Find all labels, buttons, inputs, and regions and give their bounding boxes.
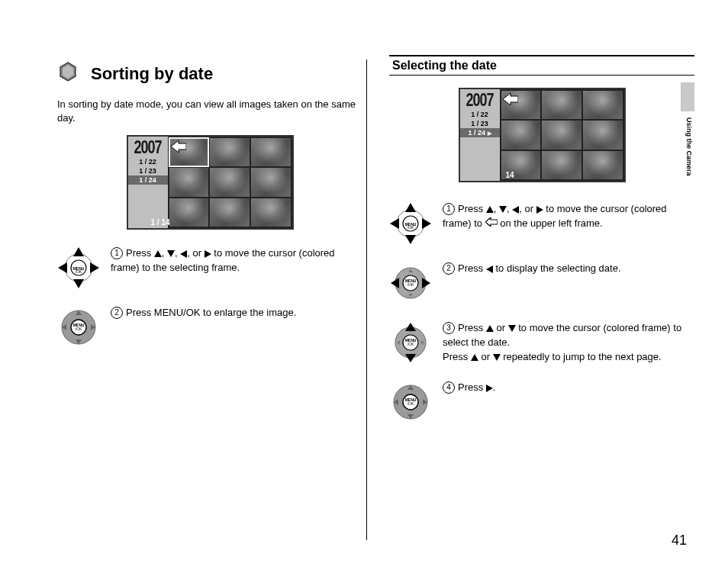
arrow-left-indicator-icon <box>171 140 186 156</box>
svg-marker-24 <box>405 203 416 212</box>
dpad-all-icon: MENU /OK <box>389 202 432 248</box>
svg-marker-26 <box>390 218 399 229</box>
step-row: MENU /OK 4Press . <box>389 381 694 426</box>
svg-text:/OK: /OK <box>407 401 414 406</box>
step-number: 1 <box>111 247 123 259</box>
thumbnail <box>542 91 581 119</box>
dpad-all-icon: MENU /OK <box>57 246 100 292</box>
svg-text:/OK: /OK <box>76 269 82 274</box>
svg-text:/OK: /OK <box>407 282 414 287</box>
svg-text:/OK: /OK <box>407 225 414 230</box>
svg-marker-7 <box>73 247 84 256</box>
svg-marker-25 <box>405 235 416 244</box>
svg-marker-34 <box>422 278 430 288</box>
thumbnail <box>583 151 623 179</box>
section-title-text: Sorting by date <box>91 64 213 84</box>
svg-text:/OK: /OK <box>407 342 414 346</box>
lcd-counter: 1 / 14 <box>151 218 170 227</box>
thumbnail <box>542 121 581 149</box>
step-number: 4 <box>443 381 455 394</box>
svg-marker-10 <box>90 262 99 273</box>
thumbnail <box>210 138 250 166</box>
step-text: 1Press , , , or to move the cursor (colo… <box>443 202 694 231</box>
lcd-year: 2007 <box>465 90 493 111</box>
lcd-date: 1 / 22 <box>128 157 168 166</box>
lcd-year: 2007 <box>134 137 161 158</box>
dpad-center-icon: MENU /OK <box>389 381 432 426</box>
subsection-title: Selecting the date <box>389 55 694 76</box>
svg-marker-2 <box>171 140 186 153</box>
lcd-date: 1 / 22 <box>460 110 500 119</box>
side-tab <box>681 82 694 111</box>
thumbnail <box>251 198 291 227</box>
step-row: MENU /OK 2Press to display the selecting… <box>389 262 694 307</box>
svg-marker-42 <box>405 354 416 362</box>
svg-marker-8 <box>73 279 84 288</box>
step-text: 4Press . <box>443 381 694 395</box>
svg-marker-9 <box>58 262 67 273</box>
side-section-label: Using the Camera <box>685 117 693 176</box>
thumbnail <box>542 151 581 179</box>
arrow-left-outline-icon <box>485 217 498 231</box>
step-number: 2 <box>111 307 123 319</box>
lcd-preview-right: 2007 1 / 22 1 / 23 1 / 24 ▶ 14 <box>459 88 626 182</box>
step-text: 3Press or to move the cursor (colored fr… <box>443 321 694 365</box>
dpad-center-icon: MENU /OK <box>57 306 100 352</box>
hexagon-icon <box>57 61 79 87</box>
column-divider <box>366 60 367 540</box>
step-row: MENU /OK 1Press , , , or to move the cur… <box>389 202 694 248</box>
lcd-date-selected: 1 / 24 <box>128 175 168 185</box>
lcd-date: 1 / 23 <box>460 119 500 128</box>
step-text: 2Press MENU/OK to enlarge the image. <box>111 306 362 320</box>
step-row: MENU /OK 3Press or to move the cursor (c… <box>389 321 694 367</box>
lcd-date: 1 / 23 <box>128 166 168 175</box>
thumbnail <box>210 198 250 227</box>
dpad-updown-icon: MENU /OK <box>389 321 432 367</box>
svg-marker-27 <box>422 218 431 229</box>
intro-text: In sorting by date mode, you can view al… <box>57 98 362 124</box>
step-row: MENU /OK 1Press , , , or to move the cur… <box>57 246 362 292</box>
page-number: 41 <box>672 533 687 549</box>
step-number: 3 <box>443 322 455 334</box>
step-number: 2 <box>443 262 455 275</box>
svg-marker-41 <box>405 323 416 331</box>
thumbnail <box>169 198 209 227</box>
lcd-counter: 14 <box>506 171 514 179</box>
step-row: MENU /OK 2Press MENU/OK to enlarge the i… <box>57 306 362 352</box>
step-text: 1Press , , , or to move the cursor (colo… <box>111 246 362 275</box>
lcd-date-selected: 1 / 24 ▶ <box>460 128 500 137</box>
thumbnail <box>251 138 291 166</box>
dpad-leftright-icon: MENU /OK <box>389 262 432 307</box>
thumbnail <box>169 168 209 196</box>
thumbnail <box>583 121 623 149</box>
section-title-sorting: Sorting by date <box>57 61 362 87</box>
svg-text:/OK: /OK <box>76 327 82 331</box>
thumbnail <box>210 168 250 196</box>
step-number: 1 <box>443 203 455 215</box>
thumbnail <box>583 91 623 119</box>
thumbnail <box>501 121 541 149</box>
step-text: 2Press to display the selecting date. <box>443 262 694 276</box>
lcd-preview-left: 2007 1 / 22 1 / 23 1 / 24 1 / 14 <box>127 135 294 230</box>
arrow-left-indicator-icon <box>503 93 518 108</box>
svg-marker-19 <box>503 93 518 105</box>
thumbnail <box>251 168 291 196</box>
svg-marker-33 <box>391 278 399 288</box>
svg-marker-28 <box>485 217 498 227</box>
